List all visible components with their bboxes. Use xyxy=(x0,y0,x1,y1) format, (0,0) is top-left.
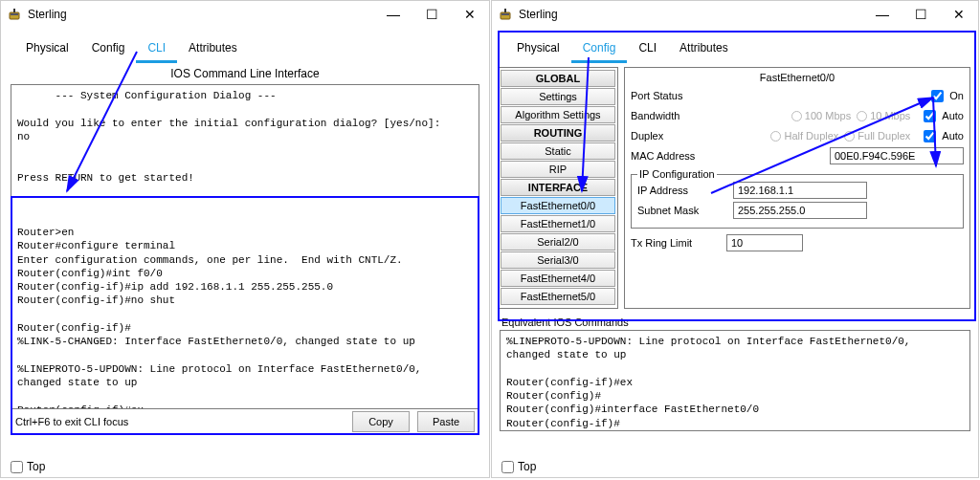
bandwidth-auto-checkbox[interactable] xyxy=(924,110,936,122)
window-title: Sterling xyxy=(519,8,863,21)
app-icon xyxy=(7,7,22,22)
sidebar-item-algorithm[interactable]: Algorithm Settings xyxy=(501,106,615,123)
top-checkbox[interactable] xyxy=(501,461,514,473)
sidebar-item-fe10[interactable]: FastEthernet1/0 xyxy=(501,215,615,232)
tab-cli[interactable]: CLI xyxy=(136,37,177,63)
portstatus-checkbox[interactable] xyxy=(931,90,944,102)
sidebar-head-global: GLOBAL xyxy=(501,70,615,87)
tab-config[interactable]: Config xyxy=(80,37,137,63)
subnet-input[interactable] xyxy=(733,202,867,219)
minimize-button[interactable]: — xyxy=(374,1,412,28)
txring-label: Tx Ring Limit xyxy=(631,237,726,249)
copy-button[interactable]: Copy xyxy=(352,411,410,432)
tab-attributes[interactable]: Attributes xyxy=(177,37,249,63)
top-checkbox-row: Top xyxy=(11,460,45,473)
top-label: Top xyxy=(27,460,45,473)
tab-bar: Physical Config CLI Attributes xyxy=(1,28,489,63)
cli-section-title: IOS Command Line Interface xyxy=(1,63,489,84)
ipconfig-fieldset: IP Configuration IP Address Subnet Mask xyxy=(631,168,964,229)
minimize-button[interactable]: — xyxy=(863,1,902,28)
equivalent-commands-label: Equivalent IOS Commands xyxy=(492,313,978,330)
sterling-window-left: Sterling — ☐ ✕ Physical Config CLI Attri… xyxy=(0,0,490,478)
config-sidebar: GLOBAL Settings Algorithm Settings ROUTI… xyxy=(498,67,618,309)
half-radio: Half Duplex xyxy=(770,130,838,142)
ipaddr-label: IP Address xyxy=(637,185,733,196)
top-checkbox[interactable] xyxy=(11,461,23,473)
duplex-auto-checkbox[interactable] xyxy=(924,130,936,142)
config-detail-panel: FastEthernet0/0 Port Status On Bandwidth… xyxy=(624,67,970,309)
tab-attributes[interactable]: Attributes xyxy=(668,37,740,63)
txring-input[interactable] xyxy=(726,234,803,251)
tab-bar: Physical Config CLI Attributes xyxy=(492,28,978,63)
titlebar: Sterling — ☐ ✕ xyxy=(1,1,489,28)
titlebar: Sterling — ☐ ✕ xyxy=(492,1,978,28)
svg-rect-2 xyxy=(13,9,15,12)
tab-config[interactable]: Config xyxy=(571,37,628,63)
sidebar-item-fe00[interactable]: FastEthernet0/0 xyxy=(501,197,615,214)
tab-physical[interactable]: Physical xyxy=(14,37,80,63)
sidebar-item-fe40[interactable]: FastEthernet4/0 xyxy=(501,270,615,287)
config-body: GLOBAL Settings Algorithm Settings ROUTI… xyxy=(492,63,978,313)
sidebar-item-static[interactable]: Static xyxy=(501,142,615,160)
svg-rect-4 xyxy=(501,13,509,15)
tab-cli[interactable]: CLI xyxy=(627,37,668,63)
sterling-window-right: Sterling — ☐ ✕ Physical Config CLI Attri… xyxy=(491,0,979,478)
ipconfig-legend: IP Configuration xyxy=(637,168,717,180)
tab-physical[interactable]: Physical xyxy=(505,37,571,63)
svg-rect-1 xyxy=(11,13,18,15)
top-checkbox-row: Top xyxy=(501,460,536,473)
full-radio: Full Duplex xyxy=(844,130,910,142)
sidebar-item-settings[interactable]: Settings xyxy=(501,88,615,105)
sidebar-head-interface: INTERFACE xyxy=(501,179,615,196)
sidebar-head-routing: ROUTING xyxy=(501,124,615,142)
mac-input[interactable] xyxy=(830,147,964,164)
sidebar-item-rip[interactable]: RIP xyxy=(501,161,615,178)
bandwidth-label: Bandwidth xyxy=(631,110,791,121)
portstatus-label: Port Status xyxy=(631,90,924,101)
ipaddr-input[interactable] xyxy=(733,182,867,199)
equivalent-commands-terminal[interactable]: %LINEPROTO-5-UPDOWN: Line protocol on In… xyxy=(500,330,970,431)
duplex-label: Duplex xyxy=(631,130,770,142)
on-label: On xyxy=(949,90,964,101)
close-button[interactable]: ✕ xyxy=(451,1,489,28)
maximize-button[interactable]: ☐ xyxy=(902,1,940,28)
bw100-radio: 100 Mbps xyxy=(791,110,851,121)
bw10-radio: 10 Mbps xyxy=(857,110,910,121)
paste-button[interactable]: Paste xyxy=(417,411,475,432)
window-title: Sterling xyxy=(28,8,374,21)
detail-title: FastEthernet0/0 xyxy=(631,72,964,83)
cli-terminal[interactable]: --- System Configuration Dialog --- Woul… xyxy=(11,84,479,409)
subnet-label: Subnet Mask xyxy=(637,205,733,216)
close-button[interactable]: ✕ xyxy=(940,1,978,28)
mac-label: MAC Address xyxy=(631,150,830,162)
sidebar-item-s30[interactable]: Serial3/0 xyxy=(501,251,615,269)
cli-hint: Ctrl+F6 to exit CLI focus xyxy=(15,416,352,427)
maximize-button[interactable]: ☐ xyxy=(412,1,451,28)
svg-rect-5 xyxy=(504,9,506,12)
app-icon xyxy=(498,7,513,22)
top-label: Top xyxy=(518,460,536,473)
sidebar-item-fe50[interactable]: FastEthernet5/0 xyxy=(501,288,615,305)
sidebar-item-s20[interactable]: Serial2/0 xyxy=(501,233,615,251)
